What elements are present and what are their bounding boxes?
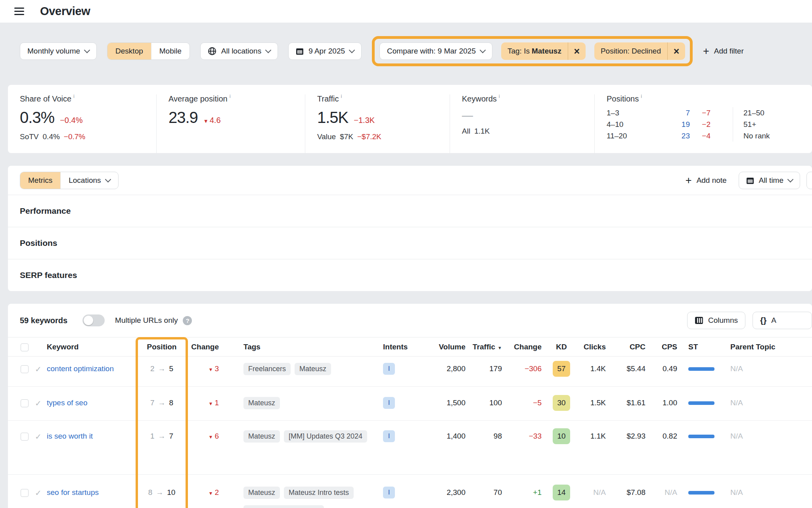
chevron-down-icon [349, 47, 355, 54]
remove-tag-filter-icon[interactable]: × [568, 42, 586, 60]
chevron-down-icon [265, 47, 272, 54]
tag-chip[interactable]: Freelancers [243, 363, 291, 375]
tags-cell: FreelancersMateusz [228, 363, 383, 375]
clipped-edge-button[interactable] [806, 172, 812, 189]
cpc-cell: $2.93 [611, 432, 651, 441]
intent-badge: I [383, 363, 395, 375]
traffic-change-cell: −33 [508, 432, 547, 441]
device-mobile[interactable]: Mobile [151, 43, 190, 59]
stat-average-position: Average positioni 23.9 ▼4.6 [157, 94, 305, 153]
row-checkbox[interactable] [21, 365, 29, 373]
row-checkbox[interactable] [21, 489, 29, 497]
col-volume[interactable]: Volume [427, 343, 471, 351]
position-change-cell: ▼2 [186, 488, 228, 497]
multiple-urls-toggle[interactable] [82, 314, 105, 326]
col-parent-topic[interactable]: Parent Topic [730, 343, 812, 351]
intent-badge: I [383, 397, 395, 409]
keywords-table-card: 59 keywords Multiple URLs only ? Columns… [8, 304, 812, 508]
volume-cell: 1,500 [427, 399, 471, 407]
position-change-cell: ▼6 [186, 432, 228, 441]
select-all-checkbox[interactable] [21, 343, 29, 351]
section-serp-features[interactable]: SERP features [8, 259, 812, 291]
clicks-cell: 1.1K [576, 432, 611, 441]
export-button[interactable]: {} A [753, 312, 812, 329]
chevron-down-icon [105, 176, 111, 183]
col-clicks[interactable]: Clicks [576, 343, 611, 351]
kd-badge: 57 [553, 361, 570, 377]
cps-cell: 0.49 [651, 364, 683, 373]
position-filter-chip[interactable]: Position: Declined × [594, 42, 685, 60]
sort-desc-icon: ▼ [498, 345, 502, 350]
col-st[interactable]: ST [683, 343, 730, 351]
tag-filter-chip[interactable]: Tag: IsMateusz × [501, 42, 586, 60]
tag-chip[interactable]: Mateusz Intro tests [284, 487, 354, 499]
date-select[interactable]: 9 Apr 2025 [288, 42, 362, 60]
col-tags[interactable]: Tags [228, 343, 383, 351]
device-desktop[interactable]: Desktop [107, 43, 151, 59]
tab-metrics[interactable]: Metrics [20, 172, 60, 189]
parent-topic-cell: N/A [730, 399, 812, 407]
col-kd[interactable]: KD [547, 343, 576, 351]
traffic-change: −1.3K [354, 116, 375, 125]
tag-chip[interactable]: [mm] updates q2 2025 [243, 505, 324, 508]
sov-change: −0.4% [60, 116, 82, 125]
col-position[interactable]: Position [138, 343, 186, 351]
chevron-down-icon [787, 176, 794, 183]
kd-badge: 10 [553, 428, 570, 444]
keywords-count: 59 keywords [20, 316, 67, 325]
row-checkbox[interactable] [21, 433, 29, 441]
check-icon: ✓ [33, 432, 47, 441]
traffic-value: 1.5K [317, 109, 348, 127]
col-keyword[interactable]: Keyword [47, 343, 138, 351]
cpc-cell: $5.44 [611, 364, 651, 373]
columns-button[interactable]: Columns [687, 312, 745, 329]
info-icon: i [641, 94, 642, 99]
metrics-panel: Metrics Locations + Add note All time Pe… [8, 166, 812, 291]
tab-locations[interactable]: Locations [60, 172, 118, 189]
arrow-right-icon: → [158, 399, 166, 407]
keyword-link[interactable]: content optimization [47, 364, 114, 373]
add-note-button[interactable]: + Add note [686, 176, 727, 185]
row-checkbox[interactable] [21, 399, 29, 407]
compare-with-select[interactable]: Compare with: 9 Mar 2025 [379, 42, 492, 60]
col-traffic-change[interactable]: Change [508, 343, 547, 351]
volume-select[interactable]: Monthly volume [20, 42, 97, 60]
tag-chip[interactable]: Mateusz [243, 430, 280, 443]
volume-cell: 1,400 [427, 432, 471, 441]
tag-chip[interactable]: Mateusz [243, 487, 280, 499]
hamburger-menu-icon[interactable] [14, 8, 24, 15]
cpc-cell: $1.61 [611, 399, 651, 407]
globe-icon [208, 47, 216, 56]
down-triangle-icon: ▼ [209, 367, 213, 372]
locations-select[interactable]: All locations [200, 42, 278, 60]
keyword-link[interactable]: types of seo [47, 399, 87, 407]
cps-cell: N/A [651, 488, 683, 497]
parent-topic-cell: N/A [730, 432, 812, 441]
col-cpc[interactable]: CPC [611, 343, 651, 351]
stat-keywords: Keywordsi — All1.1K [450, 94, 595, 153]
help-icon[interactable]: ? [183, 316, 192, 325]
tag-chip[interactable]: Mateusz [243, 397, 280, 409]
col-traffic[interactable]: Traffic▼ [471, 343, 508, 351]
col-change[interactable]: Change [186, 343, 228, 351]
info-icon: i [341, 94, 342, 99]
tag-chip[interactable]: [MM] Updates Q3 2024 [284, 430, 367, 443]
keyword-link[interactable]: seo for startups [47, 488, 99, 496]
intent-badge: I [383, 487, 395, 498]
positions-ranges-secondary: 21–50 51+ No rank [743, 107, 770, 142]
keyword-link[interactable]: is seo worth it [47, 432, 93, 440]
plus-icon: + [686, 176, 692, 184]
traffic-cell: 98 [471, 432, 508, 441]
section-positions[interactable]: Positions [8, 227, 812, 259]
clicks-cell: N/A [576, 488, 611, 497]
section-performance[interactable]: Performance [8, 195, 812, 227]
info-icon: i [230, 94, 231, 99]
cpc-cell: $7.08 [611, 488, 651, 497]
time-range-select[interactable]: All time [739, 172, 800, 189]
tag-chip[interactable]: Mateusz [295, 363, 331, 375]
clicks-cell: 1.5K [576, 399, 611, 407]
remove-position-filter-icon[interactable]: × [667, 42, 685, 60]
col-intents[interactable]: Intents [383, 343, 427, 351]
col-cps[interactable]: CPS [651, 343, 683, 351]
add-filter-button[interactable]: + Add filter [703, 47, 744, 56]
